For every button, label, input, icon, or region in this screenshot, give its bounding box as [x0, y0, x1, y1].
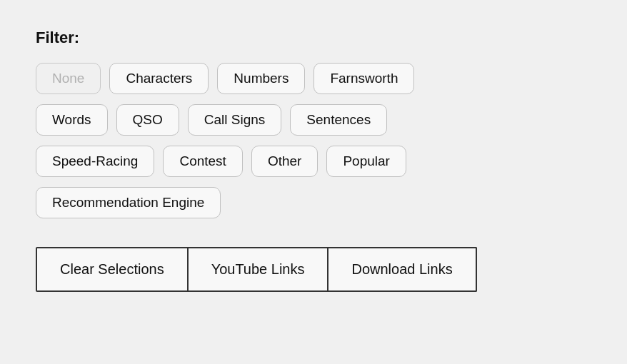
filter-btn-numbers[interactable]: Numbers	[217, 63, 305, 94]
filter-btn-popular[interactable]: Popular	[326, 146, 406, 177]
filter-rows: None Characters Numbers Farnsworth Words…	[36, 63, 591, 218]
filter-btn-call-signs[interactable]: Call Signs	[188, 104, 282, 136]
filter-btn-words[interactable]: Words	[36, 104, 108, 136]
filter-row-1: None Characters Numbers Farnsworth	[36, 63, 591, 94]
filter-btn-sentences[interactable]: Sentences	[290, 104, 387, 136]
filter-btn-recommendation-engine[interactable]: Recommendation Engine	[36, 187, 221, 218]
action-buttons: Clear Selections YouTube Links Download …	[36, 247, 591, 292]
filter-btn-none[interactable]: None	[36, 63, 101, 94]
filter-btn-contest[interactable]: Contest	[163, 146, 242, 177]
filter-label: Filter:	[36, 29, 591, 47]
filter-btn-speed-racing[interactable]: Speed-Racing	[36, 146, 154, 177]
filter-row-2: Words QSO Call Signs Sentences	[36, 104, 591, 136]
main-container: Filter: None Characters Numbers Farnswor…	[36, 29, 591, 292]
filter-row-3: Speed-Racing Contest Other Popular	[36, 146, 591, 177]
clear-selections-button[interactable]: Clear Selections	[36, 247, 189, 292]
filter-btn-other[interactable]: Other	[251, 146, 318, 177]
filter-btn-farnsworth[interactable]: Farnsworth	[314, 63, 414, 94]
filter-btn-qso[interactable]: QSO	[116, 104, 179, 136]
youtube-links-button[interactable]: YouTube Links	[189, 247, 329, 292]
filter-btn-characters[interactable]: Characters	[109, 63, 209, 94]
filter-row-4: Recommendation Engine	[36, 187, 591, 218]
download-links-button[interactable]: Download Links	[328, 247, 476, 292]
